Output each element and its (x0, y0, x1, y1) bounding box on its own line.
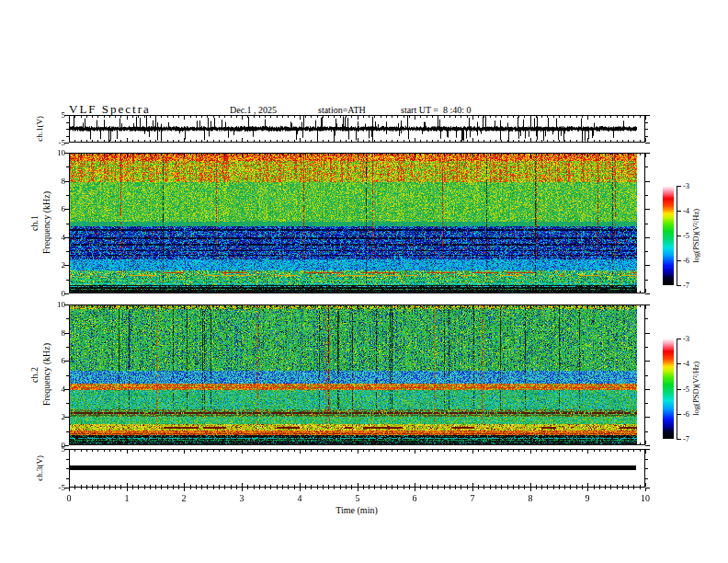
x-tick (444, 485, 445, 487)
x-tick (254, 140, 255, 142)
y-minor-tick (645, 129, 648, 130)
x-tick (507, 305, 508, 307)
x-tick (224, 305, 225, 307)
x-axis-tick (86, 488, 87, 489)
x-tick (104, 116, 105, 118)
x-axis-tick (553, 488, 554, 489)
x-tick (582, 450, 583, 452)
y-tick-label: 0 (37, 289, 65, 298)
x-tick (346, 140, 347, 142)
colorbar-tick-label: -4 (683, 359, 689, 368)
x-tick (645, 450, 646, 454)
x-tick (196, 140, 197, 142)
x-tick (409, 154, 410, 155)
x-tick (420, 305, 421, 307)
x-tick (478, 116, 479, 118)
x-tick (178, 450, 179, 452)
x-axis-tick (645, 488, 646, 491)
x-axis-tick (311, 488, 312, 489)
x-tick (381, 442, 381, 444)
x-tick (622, 154, 623, 155)
station-label: station=ATH (318, 105, 366, 115)
x-tick (282, 485, 283, 487)
x-tick (92, 116, 93, 118)
y-tick (645, 237, 650, 238)
x-axis-tick (69, 488, 70, 491)
x-axis-tick (409, 488, 410, 489)
x-tick (155, 305, 156, 307)
y-tick-label: 8 (37, 328, 65, 338)
x-tick (599, 305, 600, 307)
x-tick (570, 450, 571, 452)
x-tick (300, 116, 301, 120)
x-tick (541, 450, 542, 452)
x-tick (242, 138, 243, 142)
x-tick (386, 154, 387, 155)
x-tick (161, 140, 162, 142)
x-axis-tick (115, 488, 116, 489)
x-tick (599, 140, 600, 142)
x-tick (317, 291, 318, 293)
x-tick (427, 485, 427, 487)
x-tick (478, 291, 479, 293)
x-tick (254, 305, 255, 307)
x-tick (587, 441, 588, 444)
x-tick (328, 305, 329, 307)
y-tick-label: 10 (37, 300, 65, 309)
x-tick (645, 116, 646, 120)
x-tick (92, 450, 93, 452)
x-tick (461, 305, 461, 307)
x-tick (404, 291, 404, 293)
x-tick (351, 140, 352, 142)
colorbar-tick-label: -4 (683, 206, 689, 215)
x-tick (323, 154, 324, 155)
x-axis-tick (461, 488, 461, 489)
x-axis-tick (351, 488, 352, 489)
x-tick (536, 154, 537, 155)
x-tick (397, 291, 398, 293)
x-axis-tick (610, 488, 611, 489)
x-tick (541, 305, 542, 307)
y-minor-tick (66, 403, 69, 404)
x-tick (242, 450, 243, 454)
x-tick (594, 291, 595, 293)
x-tick (415, 289, 415, 293)
y-tick-label: 10 (37, 148, 65, 157)
x-tick (207, 485, 208, 487)
x-tick (305, 450, 306, 452)
x-tick (173, 305, 174, 307)
x-axis-tick (513, 488, 514, 489)
colorbar-tick-label: -3 (683, 334, 689, 343)
y-minor-tick (645, 403, 648, 404)
x-tick (559, 305, 560, 307)
x-tick (594, 140, 595, 142)
x-tick (69, 441, 70, 444)
x-tick (81, 116, 82, 118)
x-axis-tick (507, 488, 508, 489)
x-tick (219, 485, 220, 487)
x-tick (358, 289, 358, 293)
x-tick (501, 450, 502, 452)
x-tick (219, 442, 220, 444)
x-tick (633, 305, 634, 307)
x-axis-tick (305, 488, 306, 489)
x-tick (507, 116, 508, 118)
x-tick-label: 7 (471, 493, 475, 503)
y-minor-tick (66, 468, 69, 469)
x-axis-tick (282, 488, 283, 489)
x-tick (530, 138, 531, 142)
x-tick (640, 485, 641, 487)
x-tick (161, 450, 162, 452)
x-tick (340, 116, 341, 118)
x-tick (144, 154, 145, 155)
x-tick (282, 154, 283, 155)
x-axis-tick (92, 488, 93, 489)
x-tick (490, 450, 491, 452)
x-tick (461, 154, 461, 155)
x-tick (317, 485, 318, 487)
x-tick (501, 140, 502, 142)
x-axis-tick (490, 488, 491, 489)
x-tick (138, 450, 139, 452)
x-tick (104, 291, 105, 293)
y-tick-label: 2 (37, 260, 65, 270)
